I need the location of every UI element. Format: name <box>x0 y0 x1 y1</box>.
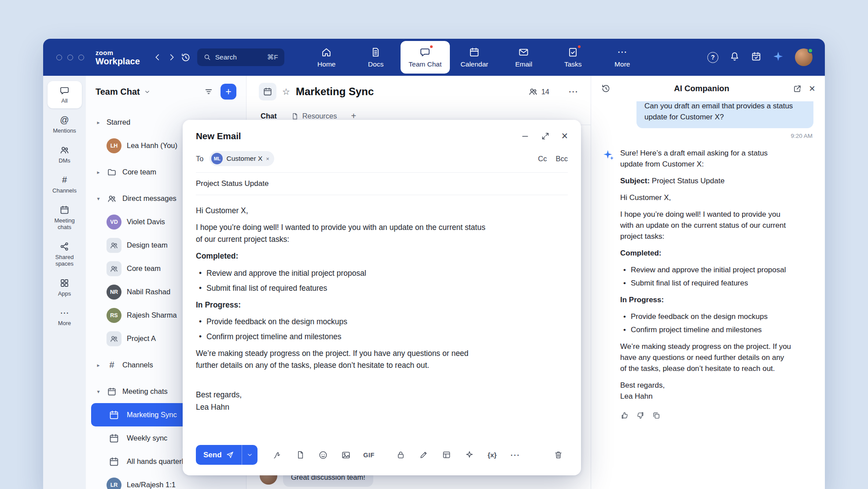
nav-tab-email[interactable]: Email <box>499 39 548 76</box>
member-count-button[interactable]: 14 <box>528 87 549 96</box>
to-row[interactable]: To ML Customer X × Cc Bcc <box>196 148 568 173</box>
zoom-workplace-logo: zoom Workplace <box>96 49 140 66</box>
rail-item-meeting-chats[interactable]: Meeting chats <box>48 201 82 235</box>
lock-icon <box>396 450 405 459</box>
filter-button[interactable] <box>201 84 216 99</box>
copy-button[interactable] <box>652 411 661 423</box>
rail-item-all[interactable]: All <box>48 81 82 108</box>
thumbs-down-button[interactable] <box>636 411 645 423</box>
rail-item-channels[interactable]: # Channels <box>48 171 82 198</box>
window-minimize-button[interactable] <box>67 55 73 60</box>
edit-button[interactable] <box>414 446 433 464</box>
forward-button[interactable] <box>165 50 179 65</box>
ai-companion-button[interactable] <box>772 51 784 64</box>
notification-dot <box>577 44 581 49</box>
completed-heading: Completed: <box>196 250 486 262</box>
send-options-button[interactable] <box>242 445 257 465</box>
nav-tab-tasks[interactable]: Tasks <box>548 39 598 76</box>
upcoming-meetings-button[interactable] <box>751 51 761 63</box>
search-placeholder: Search <box>215 53 237 61</box>
home-icon <box>321 47 332 58</box>
close-button[interactable]: × <box>561 130 568 141</box>
calendar-icon <box>263 87 272 96</box>
expand-icon <box>541 132 550 141</box>
chevron-down-icon <box>144 89 151 95</box>
search-input[interactable]: Search ⌘F <box>197 48 284 66</box>
profile-avatar[interactable] <box>795 48 813 66</box>
cc-button[interactable]: Cc <box>538 155 547 163</box>
variables-button[interactable]: {x} <box>483 446 502 464</box>
more-tools-button[interactable]: ⋯ <box>506 446 525 464</box>
minimize-button[interactable] <box>521 132 530 141</box>
nav-tab-calendar[interactable]: Calendar <box>450 39 499 76</box>
new-chat-button[interactable]: + <box>221 84 236 100</box>
emoji-button[interactable] <box>314 446 333 464</box>
modal-controls: × <box>521 130 568 141</box>
compose-toolbar: Send GIF {x} ⋯ <box>183 439 581 475</box>
channel-avatar <box>259 83 276 100</box>
ai-conversation[interactable]: Can you draft an email that provides a s… <box>591 101 825 489</box>
thumbs-up-button[interactable] <box>620 411 629 423</box>
resources-icon <box>291 112 299 120</box>
completed-list: Review and approve the initial project p… <box>620 265 792 289</box>
bell-icon <box>729 51 740 62</box>
channel-header: ☆ Marketing Sync 14 ⋯ <box>246 76 591 107</box>
bcc-button[interactable]: Bcc <box>555 155 568 163</box>
ai-compose-button[interactable] <box>460 446 479 464</box>
email-intro: I hope you’re doing well! I wanted to pr… <box>620 209 792 242</box>
modal-title: New Email <box>196 131 241 141</box>
subject-field[interactable]: Project Status Update <box>196 173 568 195</box>
open-in-new-icon <box>793 84 802 93</box>
avatar: LH <box>107 138 121 153</box>
signature-icon <box>272 450 282 460</box>
rail-item-mentions[interactable]: @ Mentions <box>48 111 82 138</box>
remove-recipient-icon[interactable]: × <box>266 156 269 162</box>
channel-more-button[interactable]: ⋯ <box>568 86 578 97</box>
expand-button[interactable] <box>541 132 550 141</box>
emoji-icon <box>318 450 328 460</box>
nav-right-cluster: ? <box>707 48 813 66</box>
ai-popout-button[interactable] <box>793 84 802 93</box>
rail-item-more[interactable]: ⋯ More <box>48 304 82 331</box>
template-button[interactable] <box>437 446 456 464</box>
ai-history-button[interactable] <box>601 84 611 93</box>
history-button[interactable] <box>179 50 193 65</box>
people-icon <box>528 87 538 96</box>
back-button[interactable] <box>151 50 165 65</box>
nav-tab-team-chat[interactable]: Team Chat <box>401 41 450 74</box>
send-button[interactable]: Send <box>196 445 242 465</box>
channel-title: Marketing Sync <box>296 85 374 98</box>
nav-tab-more[interactable]: ⋯ More <box>598 39 647 76</box>
help-icon[interactable]: ? <box>707 52 718 63</box>
list-item: Submit final list of required features <box>196 282 568 294</box>
calendar-icon <box>107 387 117 396</box>
attach-file-button[interactable] <box>291 446 310 464</box>
signature-button[interactable] <box>268 446 287 464</box>
rail-item-shared-spaces[interactable]: Shared spaces <box>48 237 82 271</box>
chat-list-title-menu[interactable]: Team Chat <box>96 87 151 97</box>
notifications-button[interactable] <box>729 51 740 63</box>
nav-tab-docs[interactable]: Docs <box>351 39 401 76</box>
encrypt-button[interactable] <box>391 446 410 464</box>
window-zoom-button[interactable] <box>78 55 84 60</box>
chevron-down-icon: ▾ <box>96 389 101 395</box>
window-close-button[interactable] <box>56 55 62 60</box>
chatlist-item-lea-rajesh[interactable]: LR Lea/Rajesh 1:1 <box>91 473 241 489</box>
recipient-chip[interactable]: ML Customer X × <box>210 151 274 166</box>
gif-button[interactable]: GIF <box>360 446 379 464</box>
email-body-editor[interactable]: Hi Customer X, I hope you’re doing well!… <box>183 195 581 439</box>
rail-item-dms[interactable]: DMs <box>48 141 82 168</box>
file-icon <box>296 450 305 459</box>
chevron-right-icon: ▸ <box>96 362 101 368</box>
group-icon <box>110 241 118 250</box>
nav-tab-home[interactable]: Home <box>302 39 351 76</box>
email-signature: Lea Hahn <box>620 391 792 402</box>
discard-button[interactable] <box>549 446 568 464</box>
in-progress-heading: In Progress: <box>620 295 792 306</box>
favorite-star-icon[interactable]: ☆ <box>282 86 290 97</box>
list-item: Review and approve the initial project p… <box>196 267 568 279</box>
more-icon: ⋯ <box>60 307 69 318</box>
ai-close-button[interactable]: × <box>809 83 815 94</box>
insert-image-button[interactable] <box>337 446 356 464</box>
rail-item-apps[interactable]: Apps <box>48 274 82 301</box>
